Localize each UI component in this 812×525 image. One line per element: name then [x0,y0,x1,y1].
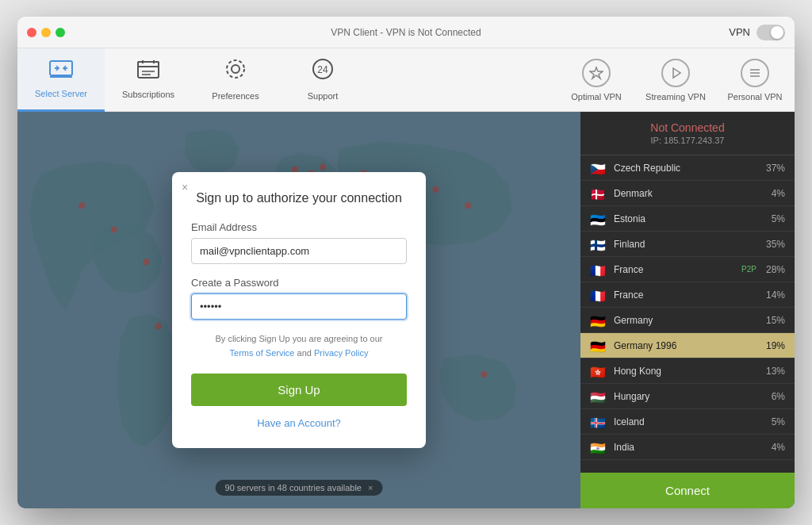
server-item[interactable]: 🇫🇮Finland35% [580,232,795,257]
server-name: Germany [614,315,760,326]
vpn-label: VPN [729,26,750,38]
status-text: Not Connected [593,121,782,134]
vpn-toggle-area: VPN [729,25,785,40]
email-label: Email Address [191,221,407,233]
server-flag: 🇨🇿 [590,162,607,174]
main-content: 90 servers in 48 countries available × ×… [17,112,795,508]
nav-subscriptions-label: Subscriptions [122,90,174,99]
nav-optimal-vpn[interactable]: Optimal VPN [557,48,636,112]
modal-overlay: × Sign up to authorize your connection E… [17,112,580,508]
server-flag: 🇫🇷 [590,263,607,275]
server-name: Hong Kong [614,366,760,377]
server-percent: 6% [772,391,785,402]
password-input[interactable] [191,293,407,320]
nav-select-server-label: Select Server [35,89,87,98]
modal-title: Sign up to authorize your connection [191,191,407,205]
svg-marker-16 [673,68,680,78]
server-item[interactable]: 🇮🇸Iceland5% [580,409,795,435]
server-item[interactable]: 🇨🇿Czech Republic37% [580,155,795,181]
connect-button[interactable]: Connect [580,473,795,508]
nav-right: Optimal VPN Streaming VPN [557,48,795,112]
server-name: Czech Republic [614,163,760,174]
server-item[interactable]: 🇪🇪Estonia5% [580,206,795,232]
server-name: Germany 1996 [614,340,760,351]
map-area: 90 servers in 48 countries available × ×… [17,112,580,508]
nav-preferences-label: Preferences [212,91,259,101]
email-input[interactable] [191,238,407,264]
server-flag: 🇪🇪 [590,213,607,224]
subscriptions-icon [136,59,160,85]
optimal-vpn-icon [582,59,611,87]
server-item[interactable]: 🇮🇳India4% [580,435,795,460]
server-flag: 🇮🇸 [590,416,607,427]
server-item[interactable]: 🇩🇪Germany15% [580,308,795,333]
nav-streaming-vpn-label: Streaming VPN [645,92,706,102]
terms-link[interactable]: Terms of Service [230,348,295,358]
toggle-knob [771,26,783,39]
signup-modal: × Sign up to authorize your connection E… [172,172,426,447]
status-ip: IP: 185.177.243.37 [593,136,782,145]
server-item[interactable]: 🇩🇰Denmark4% [580,181,795,206]
close-button[interactable] [27,28,36,37]
password-label: Create a Password [191,277,407,289]
nav-support[interactable]: 24 Support [279,48,366,112]
server-item[interactable]: 🇫🇷FranceP2P28% [580,257,795,282]
server-item[interactable]: 🇫🇷France14% [580,282,795,308]
nav-personal-vpn[interactable]: Personal VPN [715,48,795,112]
select-server-icon [48,59,74,84]
server-flag: 🇭🇺 [590,390,607,402]
server-flag: 🇫🇮 [590,238,607,250]
title-bar: VPN Client - VPN is Not Connected VPN [17,17,795,48]
support-icon: 24 [311,57,335,86]
server-percent: 4% [772,188,785,199]
traffic-lights [27,28,65,37]
svg-text:24: 24 [317,64,328,75]
svg-point-11 [232,65,239,73]
svg-rect-0 [50,61,72,75]
server-flag: 🇩🇪 [590,339,607,351]
streaming-vpn-icon [661,59,690,87]
privacy-link[interactable]: Privacy Policy [314,348,368,358]
server-flag: 🇩🇰 [590,187,607,199]
server-p2p-badge: P2P [741,265,756,274]
signup-button[interactable]: Sign Up [191,374,407,406]
server-percent: 15% [766,315,785,326]
nav-optimal-vpn-label: Optimal VPN [571,92,622,102]
password-form-group: Create a Password [191,277,407,320]
right-panel: Not Connected IP: 185.177.243.37 🇨🇿Czech… [580,112,795,508]
server-percent: 13% [766,366,785,377]
connection-status: Not Connected IP: 185.177.243.37 [580,112,795,155]
modal-close-button[interactable]: × [182,182,188,193]
personal-vpn-icon [741,59,769,87]
server-name: Iceland [614,416,765,427]
server-percent: 35% [766,239,785,250]
minimize-button[interactable] [41,28,51,37]
server-name: Estonia [614,213,765,224]
server-flag: 🇫🇷 [590,289,607,301]
tos-text: By clicking Sign Up you are agreeing to … [191,332,407,360]
svg-point-12 [227,60,244,78]
nav-bar: Select Server Subscriptions [17,48,795,112]
nav-streaming-vpn[interactable]: Streaming VPN [636,48,715,112]
server-percent: 28% [766,264,785,275]
server-item[interactable]: 🇩🇪Germany 199619% [580,333,795,358]
maximize-button[interactable] [56,28,65,37]
nav-support-label: Support [308,91,339,101]
server-name: France [614,289,760,301]
nav-select-server[interactable]: Select Server [17,48,105,112]
preferences-icon [224,57,247,86]
server-item[interactable]: 🇭🇰Hong Kong13% [580,358,795,384]
email-form-group: Email Address [191,221,407,264]
nav-preferences[interactable]: Preferences [192,48,279,112]
server-percent: 5% [772,416,785,427]
server-percent: 19% [766,340,785,351]
svg-rect-6 [138,62,159,67]
server-list: 🇨🇿Czech Republic37%🇩🇰Denmark4%🇪🇪Estonia5… [580,155,795,473]
server-item[interactable]: 🇭🇺Hungary6% [580,384,795,409]
nav-subscriptions[interactable]: Subscriptions [105,48,192,112]
svg-rect-5 [138,62,159,78]
server-percent: 5% [772,213,785,224]
vpn-toggle[interactable] [756,25,785,40]
app-window: VPN Client - VPN is Not Connected VPN [17,17,795,508]
have-account-link[interactable]: Have an Account? [191,417,407,429]
